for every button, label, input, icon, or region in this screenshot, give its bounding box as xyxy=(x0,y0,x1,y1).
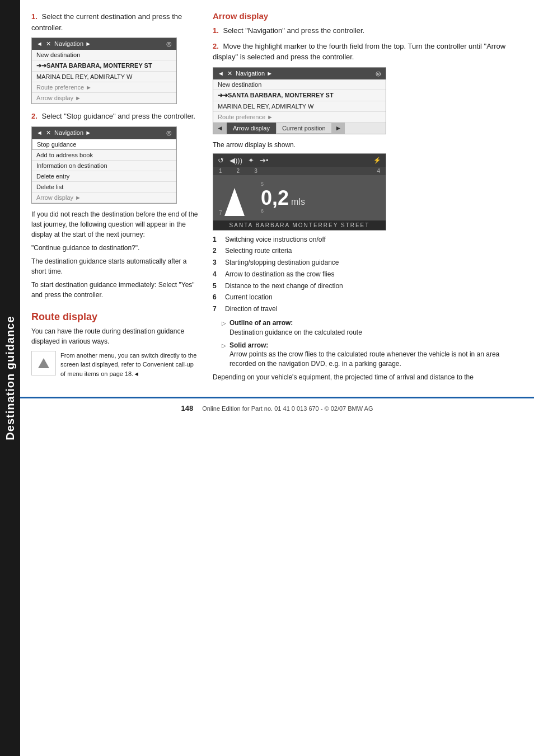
diagram-icons: ↺ ◀))) ✦ ➔• xyxy=(218,156,269,165)
diagram-num2: 2 xyxy=(237,168,240,174)
nav-menu-2-stop-guidance[interactable]: Stop guidance xyxy=(32,139,176,150)
icon-arrow-dots: ➔• xyxy=(260,156,269,165)
para1: If you did not reach the destination bef… xyxy=(31,209,199,240)
right-step2: 2. Move the highlight marker to the four… xyxy=(213,41,517,63)
icon-star: ✦ xyxy=(248,156,254,165)
diagram-street-name: SANTA BARBARA MONTERREY STREET xyxy=(213,220,386,230)
step2-num: 2. xyxy=(31,112,38,120)
icon-back: ↺ xyxy=(218,156,224,165)
nav-menu-right-route-pref[interactable]: Route preference ► xyxy=(213,112,386,123)
list-item-4: 4 Arrow to destination as the crow flies xyxy=(213,270,517,279)
nav-menu-2-info-dest[interactable]: Information on destination xyxy=(32,161,176,171)
diagram-distance-value: 0,2 xyxy=(261,188,289,208)
main-content: 1. Select the current destination and pr… xyxy=(20,0,534,397)
right-step2-text: Move the highlight marker to the fourth … xyxy=(213,42,505,62)
sub-item-solid-text: Solid arrow: Arrow points as the crow fl… xyxy=(229,341,517,369)
nav-menu-2-arrow-disp[interactable]: Arrow display ► xyxy=(32,192,176,203)
diagram-numbers-row: 1 2 3 4 xyxy=(213,167,386,175)
step1-num: 1. xyxy=(31,12,38,21)
nav-menu-right-santa-barbara[interactable]: ➔➔SANTA BARBARA, MONTERREY ST xyxy=(213,90,386,101)
right-step2-num: 2. xyxy=(213,42,219,50)
footer-text: Online Edition for Part no. 01 41 0 013 … xyxy=(202,405,373,412)
list-item-1: 1 Switching voice instructions on/off xyxy=(213,235,517,245)
icon-power: ⚡ xyxy=(373,157,381,164)
arrow-shown-text: The arrow display is shown. xyxy=(213,141,517,149)
list-item-5: 5 Distance to the next change of directi… xyxy=(213,281,517,291)
sub-item-solid: ▷ Solid arrow: Arrow points as the crow … xyxy=(222,341,517,369)
sidebar: Destination guidance xyxy=(0,0,20,756)
route-display-heading: Route display xyxy=(31,311,199,323)
diagram-num7: 7 xyxy=(219,210,222,216)
nav-menu-2-header-text: ◄ ✕ Navigation ► xyxy=(36,129,91,137)
right-step1-num: 1. xyxy=(213,26,219,35)
sub-item-outline: ▷ Outline of an arrow: Destination guida… xyxy=(222,318,517,337)
nav-menu-2-delete-entry[interactable]: Delete entry xyxy=(32,171,176,182)
nav-menu-right-new-dest[interactable]: New destination xyxy=(213,79,386,90)
sub-item-outline-text: Outline of an arrow: Destination guidanc… xyxy=(229,318,362,337)
nav-menu-1-item-route-pref[interactable]: Route preference ► xyxy=(32,82,176,93)
icon-box-text: From another menu, you can switch direct… xyxy=(60,351,199,379)
current-position-cell[interactable]: Current position xyxy=(276,123,332,134)
right-step1-text: Select "Navigation" and press the contro… xyxy=(223,26,364,35)
nav-menu-right-marina[interactable]: MARINA DEL REY, ADMIRALTY W xyxy=(213,101,386,112)
left-step2: 2. Select "Stop guidance" and press the … xyxy=(31,111,199,122)
para2: "Continue guidance to destination?". xyxy=(31,243,199,253)
nav-menu-1-header-text: ◄ ✕ Navigation ► xyxy=(36,40,91,48)
nav-menu-right-header-text: ◄ ✕ Navigation ► xyxy=(218,70,273,77)
arrow-right-icon: ► xyxy=(332,123,345,134)
numbered-list: 1 Switching voice instructions on/off 2 … xyxy=(213,235,517,314)
nav-menu-1-header-icon: ◎ xyxy=(166,40,172,48)
nav-menu-right: ◄ ✕ Navigation ► ◎ New destination ➔➔SAN… xyxy=(213,67,386,134)
list-item-6: 6 Current location xyxy=(213,293,517,302)
diagram-num3: 3 xyxy=(254,168,257,174)
nav-menu-1-item-marina[interactable]: MARINA DEL REY, ADMIRALTY W xyxy=(32,72,176,82)
left-column: 1. Select the current destination and pr… xyxy=(31,11,199,386)
para4: To start destination guidance immediatel… xyxy=(31,280,199,300)
nav-menu-2-delete-list[interactable]: Delete list xyxy=(32,182,176,192)
page-footer: 148 Online Edition for Part no. 01 41 0 … xyxy=(20,397,534,418)
list-item-2: 2 Selecting route criteria xyxy=(213,246,517,256)
nav-menu-2-add-book[interactable]: Add to address book xyxy=(32,150,176,161)
page-number: 148 xyxy=(181,404,194,412)
nav-menu-1: ◄ ✕ Navigation ► ◎ New destination ➔➔SAN… xyxy=(31,37,177,104)
nav-menu-right-header-icon: ◎ xyxy=(376,70,381,77)
arrow-display-heading: Arrow display xyxy=(213,11,517,21)
step2-text: Select "Stop guidance" and press the con… xyxy=(41,112,195,120)
sub-bullet-2: ▷ xyxy=(222,342,226,369)
nav-menu-right-header: ◄ ✕ Navigation ► ◎ xyxy=(213,68,386,79)
right-column: Arrow display 1. Select "Navigation" and… xyxy=(213,11,517,386)
right-step1: 1. Select "Navigation" and press the con… xyxy=(213,25,517,36)
sidebar-title: Destination guidance xyxy=(4,316,17,440)
nav-menu-1-header: ◄ ✕ Navigation ► ◎ xyxy=(32,38,176,50)
nav-menu-right-arrow-row: ◄ Arrow display Current position ► xyxy=(213,123,386,134)
diagram-num1: 1 xyxy=(219,168,222,174)
diagram-distance-block: 5 0,2 mls 6 xyxy=(261,181,305,214)
arrow-left-icon: ◄ xyxy=(213,123,227,134)
nav-menu-1-item-santa-barbara[interactable]: ➔➔SANTA BARBARA, MONTERREY ST xyxy=(32,60,176,72)
diagram-main-area: 7 5 0,2 mls 6 xyxy=(213,175,386,220)
diagram-arrow-container: 7 xyxy=(219,180,250,216)
icon-box-container: From another menu, you can switch direct… xyxy=(31,351,199,379)
list-item-7: 7 Direction of travel xyxy=(213,304,517,314)
diagram-num6: 6 xyxy=(261,208,305,214)
triangle-icon xyxy=(38,358,49,368)
sub-bullet-1: ▷ xyxy=(222,320,226,337)
nav-menu-1-item-new-dest[interactable]: New destination xyxy=(32,50,176,60)
diagram-topbar: ↺ ◀))) ✦ ➔• ⚡ xyxy=(213,154,386,167)
para3: The destination guidance starts automati… xyxy=(31,256,199,276)
step1-text: Select the current destination and press… xyxy=(31,12,182,32)
route-display-text: You can have the route during destinatio… xyxy=(31,326,199,346)
arrow-display-diagram: ↺ ◀))) ✦ ➔• ⚡ 1 2 3 4 7 xyxy=(213,153,386,231)
arrow-display-cell[interactable]: Arrow display xyxy=(227,123,276,134)
list-item-3: 3 Starting/stopping destination guidance xyxy=(213,258,517,267)
sub-bullet-list: ▷ Outline of an arrow: Destination guida… xyxy=(222,318,517,369)
nav-menu-2-header-icon: ◎ xyxy=(166,129,172,137)
nav-menu-2-header: ◄ ✕ Navigation ► ◎ xyxy=(32,127,176,139)
up-arrow-icon xyxy=(224,188,245,216)
diagram-num4: 4 xyxy=(377,168,380,174)
diagram-distance-unit: mls xyxy=(291,197,305,207)
left-step1: 1. Select the current destination and pr… xyxy=(31,11,199,33)
right-footer-text: Depending on your vehicle's equipment, t… xyxy=(213,372,517,382)
diagram-dist-row: 0,2 mls xyxy=(261,188,305,208)
nav-menu-1-item-arrow-disp[interactable]: Arrow display ► xyxy=(32,93,176,104)
